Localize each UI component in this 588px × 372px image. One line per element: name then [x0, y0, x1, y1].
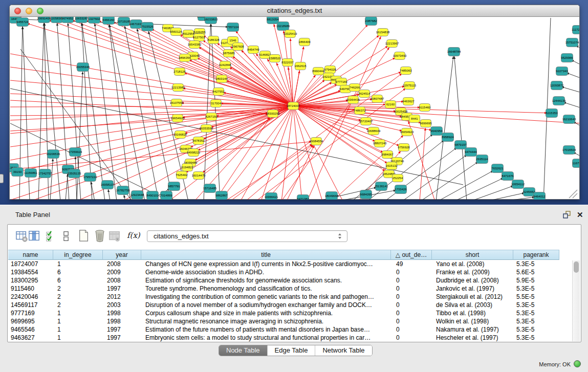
- column-header-short[interactable]: short: [432, 250, 513, 260]
- row-height-icon[interactable]: [62, 230, 70, 243]
- table-cell[interactable]: Tourette syndrome. Phenomenology and cla…: [141, 285, 391, 293]
- table-row[interactable]: 969969511998Structural magnetic resonanc…: [8, 317, 559, 325]
- table-cell[interactable]: 0: [391, 325, 432, 334]
- table-cell[interactable]: Stergiakouli et al. (2012): [432, 293, 513, 301]
- table-cell[interactable]: Genome-wide association studies in ADHD.: [141, 268, 391, 276]
- minimize-window-button[interactable]: [26, 8, 32, 14]
- table-cell[interactable]: 6: [53, 268, 103, 276]
- table-cell[interactable]: 5.9E-5: [513, 276, 559, 285]
- table-cell[interactable]: 2: [53, 293, 103, 301]
- delete-table-icon[interactable]: [94, 229, 106, 243]
- table-cell[interactable]: 19384554: [8, 268, 53, 276]
- zoom-window-button[interactable]: [37, 8, 43, 14]
- table-cell[interactable]: Investigating the contribution of common…: [141, 293, 391, 301]
- table-cell[interactable]: 5.6E-5: [513, 268, 559, 276]
- table-selector-dropdown[interactable]: citations_edges.txt: [147, 230, 347, 242]
- table-row[interactable]: 911546021997Tourette syndrome. Phenomeno…: [8, 285, 559, 293]
- table-row[interactable]: 1872400712008Changes of HCN gene express…: [8, 260, 559, 268]
- window-titlebar[interactable]: citations_edges.txt: [10, 5, 579, 17]
- table-cell[interactable]: 6: [53, 276, 103, 285]
- table-cell[interactable]: 0: [391, 334, 432, 342]
- table-cell[interactable]: 0: [391, 309, 432, 317]
- tab-network-table[interactable]: Network Table: [315, 345, 372, 356]
- network-canvas[interactable]: 1648794557242069140612058365967495210653…: [10, 17, 579, 200]
- table-cell[interactable]: 0: [391, 268, 432, 276]
- table-cell[interactable]: 9115460: [8, 285, 53, 293]
- table-cell[interactable]: Jankovic et al. (1997): [432, 285, 513, 293]
- panel-collapse-handle[interactable]: [0, 174, 4, 183]
- column-header-outde[interactable]: △ out_de…: [391, 250, 432, 260]
- table-cell[interactable]: 9777169: [8, 309, 53, 317]
- table-cell[interactable]: 5.3E-5: [513, 260, 559, 268]
- table-cell[interactable]: 9465546: [8, 325, 53, 334]
- select-columns-icon[interactable]: [46, 230, 57, 243]
- table-cell[interactable]: 1998: [103, 309, 141, 317]
- show-columns-icon[interactable]: [28, 230, 40, 243]
- table-cell[interactable]: 0: [391, 317, 432, 325]
- table-cell[interactable]: 5.3E-5: [513, 309, 559, 317]
- table-cell[interactable]: Structural magnetic resonance image aver…: [141, 317, 391, 325]
- table-row[interactable]: 1456911722003Disruption of a novel membe…: [8, 301, 559, 309]
- table-cell[interactable]: 2: [53, 301, 103, 309]
- table-cell[interactable]: 5.3E-5: [513, 285, 559, 293]
- table-cell[interactable]: 1: [53, 325, 103, 334]
- table-cell[interactable]: 1997: [103, 285, 141, 293]
- table-cell[interactable]: 1: [53, 260, 103, 268]
- close-window-button[interactable]: [14, 8, 21, 14]
- table-row[interactable]: 1938455462009Genome-wide association stu…: [8, 268, 559, 276]
- column-header-title[interactable]: title: [141, 250, 391, 260]
- table-cell[interactable]: 5.3E-5: [513, 317, 559, 325]
- table-cell[interactable]: 2008: [103, 260, 141, 268]
- table-cell[interactable]: 49: [391, 260, 432, 268]
- table-cell[interactable]: Franke et al. (2009): [432, 268, 513, 276]
- table-header-row[interactable]: namein_degreeyeartitle△ out_de…shortpage…: [8, 250, 559, 260]
- table-cell[interactable]: 5.3E-5: [513, 325, 559, 334]
- new-table-icon[interactable]: [78, 229, 90, 243]
- table-cell[interactable]: 2: [53, 285, 103, 293]
- table-cell[interactable]: 1998: [103, 317, 141, 325]
- table-cell[interactable]: 2003: [103, 301, 141, 309]
- table-cell[interactable]: 22420046: [8, 293, 53, 301]
- table-cell[interactable]: 0: [391, 301, 432, 309]
- table-cell[interactable]: Disruption of a novel member of a sodium…: [141, 301, 391, 309]
- column-header-indegree[interactable]: in_degree: [53, 250, 103, 260]
- table-cell[interactable]: 1: [53, 334, 103, 342]
- table-cell[interactable]: 0: [391, 293, 432, 301]
- table-cell[interactable]: 18300295: [8, 276, 53, 285]
- table-cell[interactable]: Estimation of the future numbers of pati…: [141, 325, 391, 334]
- window-resize-grip[interactable]: [569, 190, 577, 198]
- float-panel-icon[interactable]: [563, 211, 571, 218]
- table-cell[interactable]: 5.5E-5: [513, 293, 559, 301]
- table-cell[interactable]: Estimation of significance thresholds fo…: [141, 276, 391, 285]
- table-cell[interactable]: 5.3E-5: [513, 334, 559, 342]
- table-scrollbar-thumb[interactable]: [574, 261, 579, 273]
- table-cell[interactable]: Dudbridge et al. (2008): [432, 276, 513, 285]
- table-cell[interactable]: Tibbo et al. (1998): [432, 309, 513, 317]
- table-cell[interactable]: 1997: [103, 334, 141, 342]
- table-cell[interactable]: Embryonic stem cells: a model to study s…: [141, 334, 391, 342]
- table-cell[interactable]: 1: [53, 317, 103, 325]
- table-cell[interactable]: 18724007: [8, 260, 53, 268]
- function-builder-icon[interactable]: f(x): [127, 231, 140, 240]
- table-cell[interactable]: Nakamura et al. (1997): [432, 325, 513, 334]
- table-settings-icon[interactable]: [16, 230, 28, 243]
- table-cell[interactable]: 2012: [103, 293, 141, 301]
- close-panel-icon[interactable]: ✕: [577, 210, 583, 220]
- table-cell[interactable]: 1: [53, 309, 103, 317]
- table-row[interactable]: 946362711997Embryonic stem cells: a mode…: [8, 334, 559, 342]
- table-cell[interactable]: Yano et al. (2008): [432, 260, 513, 268]
- table-cell[interactable]: Wolkin et al. (1998): [432, 317, 513, 325]
- table-scrollbar[interactable]: [572, 260, 580, 341]
- table-cell[interactable]: 9699695: [8, 317, 53, 325]
- table-cell[interactable]: 5.3E-5: [513, 301, 559, 309]
- tab-node-table[interactable]: Node Table: [219, 345, 268, 356]
- network-window[interactable]: citations_edges.txt 16487945572420691406…: [9, 5, 580, 200]
- column-header-pagerank[interactable]: pagerank: [513, 250, 559, 260]
- table-cell[interactable]: Changes of HCN gene expression and I(f) …: [141, 260, 391, 268]
- tab-edge-table[interactable]: Edge Table: [268, 345, 316, 356]
- column-header-year[interactable]: year: [103, 250, 141, 260]
- table-cell[interactable]: Corpus callosum shape and size in male p…: [141, 309, 391, 317]
- column-header-name[interactable]: name: [8, 250, 53, 260]
- table-rows[interactable]: 1872400712008Changes of HCN gene express…: [8, 260, 559, 342]
- table-cell[interactable]: 0: [391, 285, 432, 293]
